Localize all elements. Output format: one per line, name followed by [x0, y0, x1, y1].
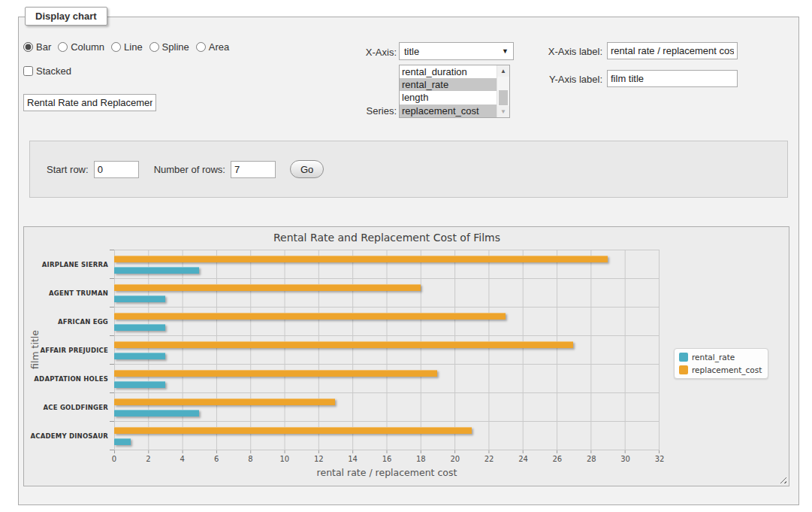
resize-grip-icon[interactable] — [777, 474, 786, 483]
chart-row: ADAPTATION HOLES — [114, 364, 659, 392]
bar-rental_rate[interactable] — [114, 438, 131, 445]
area-radio[interactable] — [196, 42, 206, 52]
stacked-checkbox[interactable] — [23, 66, 33, 76]
bar-rental_rate[interactable] — [114, 324, 165, 331]
x-tick-label: 6 — [214, 455, 219, 463]
chart-y-axis-title: film title — [29, 330, 41, 369]
num-rows-input[interactable] — [231, 161, 276, 178]
chart-type-option-spline[interactable]: Spline — [149, 41, 189, 53]
series-listbox[interactable]: rental_durationrental_ratelengthreplacem… — [399, 65, 510, 118]
x-tick-label: 8 — [248, 455, 252, 463]
category-label: AFRICAN EGG — [58, 318, 108, 326]
scrollbar-thumb[interactable] — [499, 90, 508, 105]
line-radio[interactable] — [111, 42, 121, 52]
bar-replacement_cost[interactable] — [114, 313, 506, 320]
chart-x-axis-title: rental rate / replacement cost — [114, 467, 660, 478]
x-tick-label: 18 — [416, 455, 426, 463]
bar-rental_rate[interactable] — [114, 410, 199, 417]
scrollbar-track[interactable] — [497, 77, 509, 106]
bar-replacement_cost[interactable] — [114, 427, 472, 434]
x-tick-label: 14 — [348, 455, 358, 463]
chart-title: Rental Rate and Replacement Cost of Film… — [114, 232, 660, 244]
x-tick-label: 4 — [180, 455, 185, 463]
x-axis-tick-labels: 02468101214161820222426283032 — [114, 455, 660, 464]
bar-rental_rate[interactable] — [114, 353, 165, 359]
category-label: ACE GOLDFINGER — [44, 404, 108, 411]
bar-replacement_cost[interactable] — [114, 341, 573, 348]
legend-label: replacement_cost — [692, 365, 762, 374]
start-row-label: Start row: — [47, 164, 89, 175]
chart-type-option-bar[interactable]: Bar — [23, 41, 51, 53]
chart-row: AGENT TRUMAN — [114, 278, 659, 307]
bar-rental_rate[interactable] — [114, 295, 165, 302]
series-option-length[interactable]: length — [400, 91, 497, 104]
x-tick-label: 28 — [587, 455, 596, 463]
column-radio[interactable] — [58, 42, 68, 52]
radio-label: Bar — [36, 41, 51, 53]
y-axis-label-label: Y-Axis label: — [515, 74, 602, 85]
bar-replacement_cost[interactable] — [114, 370, 437, 377]
listbox-scrollbar[interactable]: ▲ ▼ — [497, 65, 509, 117]
spline-radio[interactable] — [149, 42, 159, 52]
category-label: ADAPTATION HOLES — [34, 375, 108, 383]
legend-swatch — [679, 353, 688, 362]
stacked-checkbox-row[interactable]: Stacked — [23, 65, 71, 77]
bar-replacement_cost[interactable] — [114, 256, 608, 262]
radio-label: Area — [209, 41, 229, 53]
legend-item-replacement_cost[interactable]: replacement_cost — [679, 365, 762, 374]
chart-row: ACE GOLDFINGER — [114, 392, 659, 421]
legend-label: rental_rate — [692, 353, 735, 362]
chevron-down-icon: ▼ — [502, 47, 509, 55]
plot-area: AIRPLANE SIERRAAGENT TRUMANAFRICAN EGGAF… — [114, 250, 660, 450]
x-tick-label: 10 — [280, 455, 290, 463]
display-chart-panel: Display chart BarColumnLineSplineArea St… — [18, 17, 799, 505]
category-label: AIRPLANE SIERRA — [42, 261, 108, 268]
row-range-panel: Start row: Number of rows: Go — [29, 141, 788, 198]
radio-label: Column — [71, 41, 104, 53]
x-tick-label: 2 — [146, 455, 150, 463]
series-option-replacement_cost[interactable]: replacement_cost — [400, 105, 497, 117]
chart-type-radio-group: BarColumnLineSplineArea — [23, 41, 229, 53]
x-tick-label: 0 — [112, 455, 116, 463]
x-tick-label: 12 — [314, 455, 324, 463]
chart-row: AFFAIR PREJUDICE — [114, 335, 659, 364]
bar-replacement_cost[interactable] — [114, 284, 421, 291]
legend-item-rental_rate[interactable]: rental_rate — [679, 353, 762, 362]
num-rows-label: Number of rows: — [154, 164, 225, 175]
bar-rental_rate[interactable] — [114, 381, 165, 388]
chart-row: AFRICAN EGG — [114, 307, 659, 335]
x-axis-label-input[interactable] — [607, 42, 738, 59]
category-label: ACADEMY DINOSAUR — [31, 432, 108, 440]
chart-type-option-column[interactable]: Column — [58, 41, 104, 53]
x-tick-label: 20 — [450, 455, 460, 463]
chart-title-input[interactable] — [23, 94, 156, 111]
category-label: AFFAIR PREJUDICE — [40, 347, 108, 354]
x-axis-select[interactable]: title ▼ — [399, 42, 514, 60]
x-axis-label-label: X-Axis label: — [515, 46, 602, 57]
go-button[interactable]: Go — [290, 160, 324, 178]
x-tick-label: 26 — [553, 455, 563, 463]
bar-replacement_cost[interactable] — [114, 398, 335, 405]
stacked-label: Stacked — [36, 65, 71, 77]
chart-row: ACADEMY DINOSAUR — [114, 421, 659, 450]
x-tick-label: 24 — [518, 455, 528, 463]
x-axis-selected-value: title — [404, 46, 502, 57]
scroll-up-icon[interactable]: ▲ — [497, 65, 509, 77]
series-option-rental_duration[interactable]: rental_duration — [400, 65, 497, 78]
y-axis-label-input[interactable] — [607, 70, 738, 87]
chart-type-option-line[interactable]: Line — [111, 41, 143, 53]
series-list-label: Series: — [334, 105, 397, 117]
legend-swatch — [679, 365, 688, 374]
series-option-rental_rate[interactable]: rental_rate — [400, 78, 497, 91]
x-tick-label: 16 — [382, 455, 392, 463]
chart-type-option-area[interactable]: Area — [196, 41, 229, 53]
chart-legend: rental_ratereplacement_cost — [674, 348, 768, 379]
series-options: rental_durationrental_ratelengthreplacem… — [400, 65, 497, 117]
bar-rental_rate[interactable] — [114, 267, 199, 274]
scroll-down-icon[interactable]: ▼ — [497, 106, 509, 117]
x-axis-select-label: X-Axis: — [334, 47, 397, 58]
chart-container: Rental Rate and Replacement Cost of Film… — [23, 226, 789, 486]
start-row-input[interactable] — [94, 161, 139, 178]
x-tick-label: 30 — [620, 455, 630, 463]
bar-radio[interactable] — [23, 42, 33, 52]
